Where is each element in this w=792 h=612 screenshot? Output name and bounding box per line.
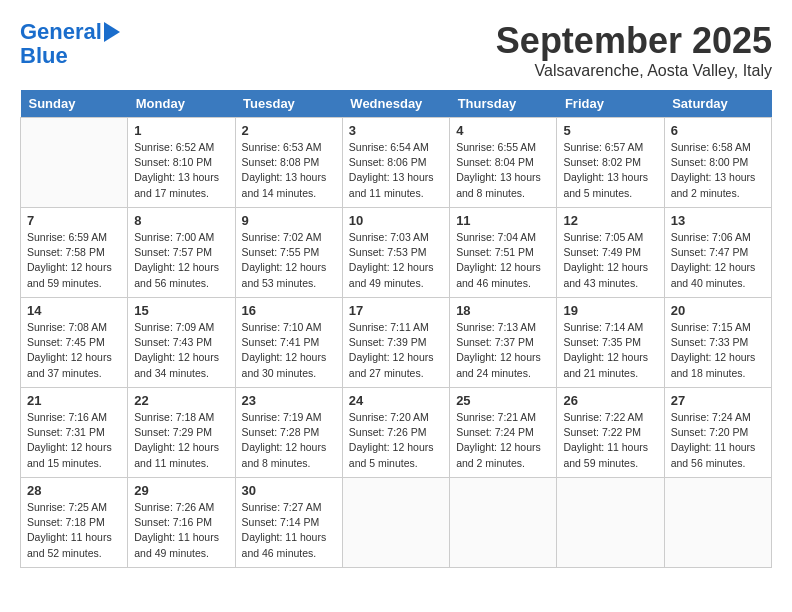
cell-info: Sunrise: 7:18 AM Sunset: 7:29 PM Dayligh…	[134, 410, 228, 471]
calendar-cell: 2Sunrise: 6:53 AM Sunset: 8:08 PM Daylig…	[235, 118, 342, 208]
calendar-cell: 7Sunrise: 6:59 AM Sunset: 7:58 PM Daylig…	[21, 208, 128, 298]
calendar-cell: 23Sunrise: 7:19 AM Sunset: 7:28 PM Dayli…	[235, 388, 342, 478]
page-header: General Blue September 2025 Valsavarench…	[20, 20, 772, 80]
calendar-cell: 5Sunrise: 6:57 AM Sunset: 8:02 PM Daylig…	[557, 118, 664, 208]
calendar-cell: 30Sunrise: 7:27 AM Sunset: 7:14 PM Dayli…	[235, 478, 342, 568]
logo-arrow-icon	[104, 22, 120, 42]
location-title: Valsavarenche, Aosta Valley, Italy	[496, 62, 772, 80]
calendar-cell: 29Sunrise: 7:26 AM Sunset: 7:16 PM Dayli…	[128, 478, 235, 568]
cell-info: Sunrise: 7:02 AM Sunset: 7:55 PM Dayligh…	[242, 230, 336, 291]
calendar-cell: 9Sunrise: 7:02 AM Sunset: 7:55 PM Daylig…	[235, 208, 342, 298]
calendar-cell: 28Sunrise: 7:25 AM Sunset: 7:18 PM Dayli…	[21, 478, 128, 568]
month-title: September 2025	[496, 20, 772, 62]
calendar-cell: 4Sunrise: 6:55 AM Sunset: 8:04 PM Daylig…	[450, 118, 557, 208]
cell-info: Sunrise: 7:24 AM Sunset: 7:20 PM Dayligh…	[671, 410, 765, 471]
cell-info: Sunrise: 7:00 AM Sunset: 7:57 PM Dayligh…	[134, 230, 228, 291]
calendar-cell: 21Sunrise: 7:16 AM Sunset: 7:31 PM Dayli…	[21, 388, 128, 478]
title-block: September 2025 Valsavarenche, Aosta Vall…	[496, 20, 772, 80]
calendar-cell: 14Sunrise: 7:08 AM Sunset: 7:45 PM Dayli…	[21, 298, 128, 388]
cell-info: Sunrise: 7:19 AM Sunset: 7:28 PM Dayligh…	[242, 410, 336, 471]
day-number: 9	[242, 213, 336, 228]
day-number: 18	[456, 303, 550, 318]
day-number: 6	[671, 123, 765, 138]
calendar-cell: 13Sunrise: 7:06 AM Sunset: 7:47 PM Dayli…	[664, 208, 771, 298]
calendar-cell: 1Sunrise: 6:52 AM Sunset: 8:10 PM Daylig…	[128, 118, 235, 208]
calendar-cell: 25Sunrise: 7:21 AM Sunset: 7:24 PM Dayli…	[450, 388, 557, 478]
calendar-cell: 18Sunrise: 7:13 AM Sunset: 7:37 PM Dayli…	[450, 298, 557, 388]
cell-info: Sunrise: 7:10 AM Sunset: 7:41 PM Dayligh…	[242, 320, 336, 381]
calendar-week-row: 1Sunrise: 6:52 AM Sunset: 8:10 PM Daylig…	[21, 118, 772, 208]
cell-info: Sunrise: 7:16 AM Sunset: 7:31 PM Dayligh…	[27, 410, 121, 471]
calendar-week-row: 28Sunrise: 7:25 AM Sunset: 7:18 PM Dayli…	[21, 478, 772, 568]
day-number: 30	[242, 483, 336, 498]
day-number: 11	[456, 213, 550, 228]
day-number: 17	[349, 303, 443, 318]
cell-info: Sunrise: 7:15 AM Sunset: 7:33 PM Dayligh…	[671, 320, 765, 381]
day-number: 1	[134, 123, 228, 138]
calendar-cell: 24Sunrise: 7:20 AM Sunset: 7:26 PM Dayli…	[342, 388, 449, 478]
calendar-week-row: 14Sunrise: 7:08 AM Sunset: 7:45 PM Dayli…	[21, 298, 772, 388]
day-number: 24	[349, 393, 443, 408]
cell-info: Sunrise: 6:52 AM Sunset: 8:10 PM Dayligh…	[134, 140, 228, 201]
calendar-cell	[557, 478, 664, 568]
day-number: 14	[27, 303, 121, 318]
cell-info: Sunrise: 7:08 AM Sunset: 7:45 PM Dayligh…	[27, 320, 121, 381]
calendar-cell: 11Sunrise: 7:04 AM Sunset: 7:51 PM Dayli…	[450, 208, 557, 298]
day-number: 5	[563, 123, 657, 138]
weekday-header-monday: Monday	[128, 90, 235, 118]
day-number: 20	[671, 303, 765, 318]
cell-info: Sunrise: 7:06 AM Sunset: 7:47 PM Dayligh…	[671, 230, 765, 291]
cell-info: Sunrise: 7:25 AM Sunset: 7:18 PM Dayligh…	[27, 500, 121, 561]
weekday-header-sunday: Sunday	[21, 90, 128, 118]
calendar-cell: 12Sunrise: 7:05 AM Sunset: 7:49 PM Dayli…	[557, 208, 664, 298]
day-number: 13	[671, 213, 765, 228]
calendar-table: SundayMondayTuesdayWednesdayThursdayFrid…	[20, 90, 772, 568]
calendar-week-row: 21Sunrise: 7:16 AM Sunset: 7:31 PM Dayli…	[21, 388, 772, 478]
day-number: 3	[349, 123, 443, 138]
day-number: 2	[242, 123, 336, 138]
calendar-cell: 27Sunrise: 7:24 AM Sunset: 7:20 PM Dayli…	[664, 388, 771, 478]
cell-info: Sunrise: 6:58 AM Sunset: 8:00 PM Dayligh…	[671, 140, 765, 201]
day-number: 28	[27, 483, 121, 498]
cell-info: Sunrise: 7:09 AM Sunset: 7:43 PM Dayligh…	[134, 320, 228, 381]
cell-info: Sunrise: 7:27 AM Sunset: 7:14 PM Dayligh…	[242, 500, 336, 561]
calendar-cell: 8Sunrise: 7:00 AM Sunset: 7:57 PM Daylig…	[128, 208, 235, 298]
day-number: 26	[563, 393, 657, 408]
day-number: 7	[27, 213, 121, 228]
cell-info: Sunrise: 7:04 AM Sunset: 7:51 PM Dayligh…	[456, 230, 550, 291]
cell-info: Sunrise: 6:54 AM Sunset: 8:06 PM Dayligh…	[349, 140, 443, 201]
cell-info: Sunrise: 7:03 AM Sunset: 7:53 PM Dayligh…	[349, 230, 443, 291]
calendar-cell: 20Sunrise: 7:15 AM Sunset: 7:33 PM Dayli…	[664, 298, 771, 388]
weekday-header-saturday: Saturday	[664, 90, 771, 118]
calendar-cell	[664, 478, 771, 568]
cell-info: Sunrise: 7:21 AM Sunset: 7:24 PM Dayligh…	[456, 410, 550, 471]
cell-info: Sunrise: 7:05 AM Sunset: 7:49 PM Dayligh…	[563, 230, 657, 291]
day-number: 16	[242, 303, 336, 318]
weekday-header-row: SundayMondayTuesdayWednesdayThursdayFrid…	[21, 90, 772, 118]
cell-info: Sunrise: 7:11 AM Sunset: 7:39 PM Dayligh…	[349, 320, 443, 381]
cell-info: Sunrise: 6:53 AM Sunset: 8:08 PM Dayligh…	[242, 140, 336, 201]
logo-blue-text: Blue	[20, 44, 68, 68]
calendar-cell: 15Sunrise: 7:09 AM Sunset: 7:43 PM Dayli…	[128, 298, 235, 388]
calendar-cell	[21, 118, 128, 208]
logo: General Blue	[20, 20, 120, 68]
calendar-cell: 6Sunrise: 6:58 AM Sunset: 8:00 PM Daylig…	[664, 118, 771, 208]
cell-info: Sunrise: 7:13 AM Sunset: 7:37 PM Dayligh…	[456, 320, 550, 381]
cell-info: Sunrise: 7:20 AM Sunset: 7:26 PM Dayligh…	[349, 410, 443, 471]
day-number: 8	[134, 213, 228, 228]
calendar-cell: 16Sunrise: 7:10 AM Sunset: 7:41 PM Dayli…	[235, 298, 342, 388]
day-number: 12	[563, 213, 657, 228]
calendar-cell: 3Sunrise: 6:54 AM Sunset: 8:06 PM Daylig…	[342, 118, 449, 208]
day-number: 22	[134, 393, 228, 408]
day-number: 15	[134, 303, 228, 318]
day-number: 27	[671, 393, 765, 408]
calendar-cell: 22Sunrise: 7:18 AM Sunset: 7:29 PM Dayli…	[128, 388, 235, 478]
weekday-header-friday: Friday	[557, 90, 664, 118]
cell-info: Sunrise: 6:59 AM Sunset: 7:58 PM Dayligh…	[27, 230, 121, 291]
day-number: 25	[456, 393, 550, 408]
calendar-cell	[342, 478, 449, 568]
cell-info: Sunrise: 6:55 AM Sunset: 8:04 PM Dayligh…	[456, 140, 550, 201]
calendar-cell: 10Sunrise: 7:03 AM Sunset: 7:53 PM Dayli…	[342, 208, 449, 298]
weekday-header-wednesday: Wednesday	[342, 90, 449, 118]
cell-info: Sunrise: 7:22 AM Sunset: 7:22 PM Dayligh…	[563, 410, 657, 471]
